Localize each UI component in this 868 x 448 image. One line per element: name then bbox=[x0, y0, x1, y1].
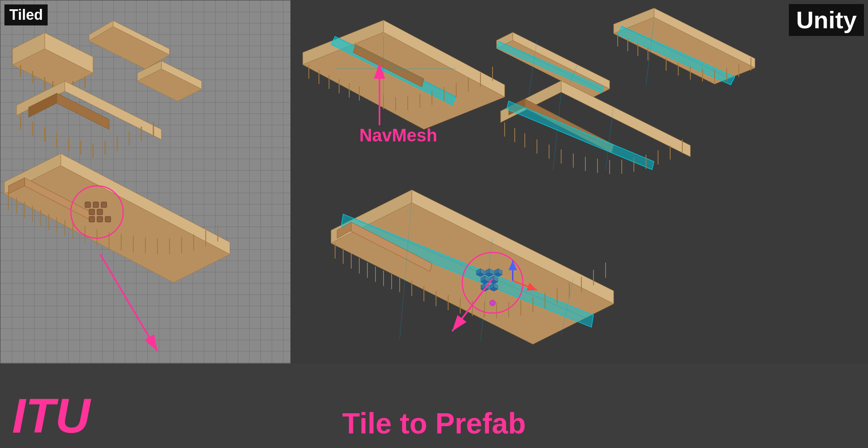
svg-line-154 bbox=[561, 279, 573, 335]
svg-line-126 bbox=[509, 101, 654, 166]
svg-line-77 bbox=[335, 36, 456, 97]
tile-to-prefab-label: Tile to Prefab bbox=[342, 407, 526, 440]
grid-background bbox=[0, 0, 290, 363]
svg-line-118 bbox=[499, 41, 604, 91]
right-panel: Unity NavMesh bbox=[291, 0, 868, 364]
svg-marker-192 bbox=[481, 276, 485, 282]
svg-marker-199 bbox=[481, 287, 489, 291]
svg-marker-198 bbox=[481, 283, 485, 289]
svg-marker-196 bbox=[490, 280, 498, 284]
svg-marker-195 bbox=[490, 276, 494, 282]
svg-marker-191 bbox=[485, 276, 489, 282]
tiled-label: Tiled bbox=[4, 4, 48, 25]
svg-line-119 bbox=[529, 40, 537, 95]
svg-marker-188 bbox=[498, 269, 502, 275]
svg-marker-114 bbox=[513, 32, 610, 89]
svg-marker-99 bbox=[618, 26, 735, 85]
svg-marker-116 bbox=[497, 40, 610, 97]
svg-marker-147 bbox=[331, 203, 614, 344]
svg-line-127 bbox=[553, 93, 561, 170]
svg-marker-76 bbox=[353, 44, 424, 87]
unity-label: Unity bbox=[789, 4, 864, 36]
svg-marker-200 bbox=[494, 283, 498, 289]
svg-line-100 bbox=[622, 26, 735, 81]
svg-marker-145 bbox=[412, 190, 614, 304]
svg-marker-193 bbox=[481, 280, 489, 284]
bottom-bar: ITU Tile to Prefab bbox=[0, 364, 868, 448]
navmesh-label: NavMesh bbox=[359, 125, 437, 145]
svg-marker-194 bbox=[494, 276, 498, 282]
svg-marker-125 bbox=[507, 101, 654, 170]
itu-label: ITU bbox=[12, 391, 90, 440]
svg-marker-184 bbox=[476, 273, 484, 277]
svg-line-153 bbox=[480, 238, 493, 341]
svg-marker-202 bbox=[490, 287, 498, 291]
left-panel: Tiled bbox=[0, 0, 291, 364]
svg-marker-123 bbox=[523, 99, 614, 153]
svg-point-181 bbox=[462, 252, 523, 313]
unity-svg bbox=[291, 0, 868, 364]
svg-line-101 bbox=[646, 20, 654, 85]
svg-line-120 bbox=[565, 65, 577, 95]
svg-point-203 bbox=[490, 300, 495, 306]
svg-marker-187 bbox=[485, 273, 493, 277]
svg-marker-124 bbox=[509, 99, 525, 115]
svg-line-205 bbox=[513, 281, 537, 290]
svg-marker-183 bbox=[476, 269, 480, 275]
svg-marker-186 bbox=[485, 269, 489, 275]
svg-marker-115 bbox=[497, 32, 513, 48]
svg-marker-122 bbox=[501, 81, 561, 122]
svg-line-207 bbox=[452, 279, 493, 331]
svg-marker-201 bbox=[490, 283, 494, 289]
svg-marker-121 bbox=[561, 81, 690, 157]
svg-marker-75 bbox=[331, 36, 456, 105]
svg-marker-72 bbox=[384, 20, 505, 97]
svg-marker-189 bbox=[494, 269, 498, 275]
svg-marker-197 bbox=[485, 283, 489, 289]
svg-marker-150 bbox=[337, 222, 351, 238]
svg-line-152 bbox=[400, 198, 412, 339]
svg-line-128 bbox=[606, 105, 614, 170]
svg-line-151 bbox=[343, 214, 593, 321]
svg-marker-98 bbox=[614, 17, 755, 84]
main-container: Tiled bbox=[0, 0, 868, 448]
svg-marker-182 bbox=[480, 269, 484, 275]
svg-marker-97 bbox=[614, 8, 654, 34]
svg-marker-185 bbox=[489, 269, 493, 275]
svg-marker-190 bbox=[494, 273, 502, 277]
svg-marker-148 bbox=[341, 214, 593, 327]
svg-marker-117 bbox=[497, 41, 604, 93]
svg-marker-146 bbox=[331, 190, 412, 243]
svg-marker-96 bbox=[654, 8, 755, 68]
svg-marker-74 bbox=[303, 32, 505, 129]
svg-marker-149 bbox=[349, 222, 432, 271]
top-section: Tiled bbox=[0, 0, 868, 364]
svg-marker-73 bbox=[303, 20, 384, 65]
